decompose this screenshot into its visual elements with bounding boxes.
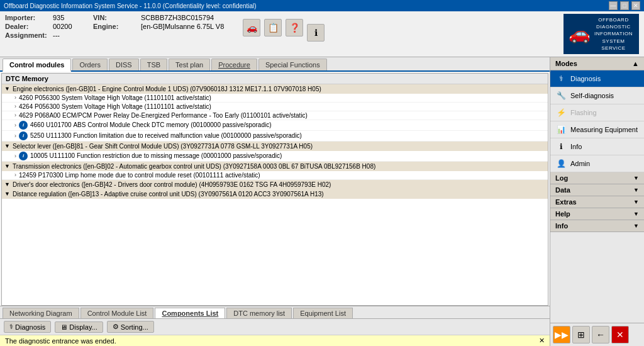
group-label: Distance regulation ([en-GB]13 - Adaptiv… <box>13 191 324 198</box>
mode-measuring-equipment[interactable]: 📊Measuring Equipment <box>550 121 644 138</box>
tab-special-functions[interactable]: Special Functions <box>258 59 327 70</box>
section-label: Help <box>555 210 570 218</box>
right-bottom-icon: ← <box>596 330 605 340</box>
engine-label: Engine: <box>93 23 137 30</box>
importer-label: Importer: <box>5 14 49 21</box>
right-section-data[interactable]: Data▼ <box>550 184 644 196</box>
chevron-right-icon: › <box>14 94 16 101</box>
bottom-tab-control-module-list[interactable]: Control Module List <box>80 308 154 318</box>
tab-procedure[interactable]: Procedure <box>211 59 257 70</box>
section-arrow: ▼ <box>633 187 639 193</box>
tree-group-drivers_door: ▼Driver's door electronics ([en-GB]42 - … <box>2 180 548 189</box>
clipboard-icon-button[interactable]: 📋 <box>264 19 282 36</box>
mode-icon-measuring-equipment: 📊 <box>555 124 567 135</box>
tree-item[interactable]: ›i10005 U111100 Function restriction due… <box>2 151 548 162</box>
tree-group-header-distance[interactable]: ▼Distance regulation ([en-GB]13 - Adapti… <box>2 189 548 199</box>
mode-diagnosis[interactable]: ⚕Diagnosis <box>550 70 644 87</box>
item-dtc: U101700 <box>46 121 72 128</box>
engine-value: [en-GB]Mulsanne 6.75L V8 <box>141 23 224 30</box>
right-bottom-btn-1[interactable]: ⊞ <box>572 326 590 343</box>
info-icon-button[interactable]: ℹ <box>307 24 325 42</box>
right-bottom-btn-0[interactable]: ▶▶ <box>553 326 570 343</box>
mode-icon-diagnosis: ⚕ <box>555 73 567 84</box>
tab-test-plan[interactable]: Test plan <box>169 59 210 70</box>
bottom-tab-bar: Networking DiagramControl Module ListCom… <box>0 306 550 318</box>
right-bottom-icon: ▶▶ <box>555 330 569 340</box>
modes-title: Modes <box>555 60 577 67</box>
maximize-button[interactable]: □ <box>620 1 629 10</box>
tree-item[interactable]: ›12459 P170300 Limp home mode due to con… <box>2 171 548 180</box>
mode-label: Self-diagnosis <box>570 92 614 99</box>
group-label: Transmission electronics ([en-GB]02 - Au… <box>13 163 375 170</box>
tab-control-modules[interactable]: Control modules <box>3 59 71 72</box>
item-code: 5250 <box>30 132 44 139</box>
info-icon: i <box>19 152 28 160</box>
tree-item[interactable]: ›4629 P068A00 ECM/PCM Power Relay De-Ene… <box>2 111 548 120</box>
tree-item[interactable]: ›4264 P056300 System Voltage High Voltag… <box>2 103 548 111</box>
item-dtc: U111100 <box>50 152 75 159</box>
right-section-log[interactable]: Log▼ <box>550 172 644 184</box>
bottom-tab-dtc-memory-list[interactable]: DTC memory list <box>226 308 292 318</box>
item-code: 4260 <box>19 94 33 101</box>
section-label: Info <box>555 222 568 230</box>
chevron-right-icon: › <box>14 172 16 178</box>
toolbar-btn-diagnosis[interactable]: ⚕Diagnosis <box>4 321 51 333</box>
titlebar-text: Offboard Diagnostic Information System S… <box>4 3 257 9</box>
item-desc: Function limitation due to received malf… <box>73 132 302 139</box>
tree-group-header-selector[interactable]: ▼Selector lever ([en-GB]81 - Gear Shift … <box>2 142 548 151</box>
vin-row: VIN: SCBBB7ZH3BC015794 <box>93 14 224 21</box>
header-icons: 🚗 📋 ❓ ℹ <box>243 14 325 42</box>
right-bottom-btn-2[interactable]: ← <box>592 326 609 343</box>
chevron-right-icon: › <box>14 153 16 159</box>
close-button[interactable]: ✕ <box>631 1 640 10</box>
chevron-down-icon: ▼ <box>4 191 10 197</box>
tab-diss[interactable]: DISS <box>109 59 139 70</box>
modes-list: ⚕Diagnosis🔧Self-diagnosis⚡Flashing📊Measu… <box>550 70 644 172</box>
mode-info[interactable]: ℹInfo <box>550 138 644 155</box>
section-label: Extras <box>555 198 577 206</box>
tree-group-header-transmission[interactable]: ▼Transmission electronics ([en-GB]02 - A… <box>2 162 548 171</box>
mode-icon-self-diagnosis: 🔧 <box>555 90 567 101</box>
item-dtc: P068A00 <box>35 112 60 119</box>
group-label: Selector lever ([en-GB]81 - Gear Shift C… <box>13 143 313 150</box>
right-section-info[interactable]: Info▼ <box>550 220 644 232</box>
toolbar-btn-sorting[interactable]: ⚙Sorting... <box>107 321 154 333</box>
mode-self-diagnosis[interactable]: 🔧Self-diagnosis <box>550 87 644 104</box>
tree-item[interactable]: ›4260 P056300 System Voltage High Voltag… <box>2 94 548 103</box>
item-code: 10005 <box>30 152 48 159</box>
group-label: Engine electronics ([en-GB]01 - Engine C… <box>13 86 321 92</box>
right-bottom-btn-3[interactable]: ✕ <box>611 326 629 343</box>
vin-label: VIN: <box>93 14 137 21</box>
tree-item[interactable]: ›i4660 U101700 ABS Control Module Check … <box>2 120 548 131</box>
item-desc: System Voltage High Voltage (11101101 ac… <box>62 94 211 101</box>
mode-admin[interactable]: 👤Admin <box>550 155 644 172</box>
tab-tsb[interactable]: TSB <box>140 59 167 70</box>
car-icon-button[interactable]: 🚗 <box>243 19 260 36</box>
right-section-help[interactable]: Help▼ <box>550 208 644 220</box>
toolbar-label: Diagnosis <box>15 323 45 331</box>
bottom-toolbar: ⚕Diagnosis🖥Display...⚙Sorting... <box>0 318 550 335</box>
tree-group-header-drivers_door[interactable]: ▼Driver's door electronics ([en-GB]42 - … <box>2 180 548 189</box>
right-section-extras[interactable]: Extras▼ <box>550 196 644 208</box>
help-icon-button[interactable]: ❓ <box>286 19 303 36</box>
bottom-tab-equipment-list[interactable]: Equipment List <box>293 308 353 318</box>
item-desc: System Voltage High Voltage (11101101 ac… <box>62 103 211 110</box>
bottom-tab-components-list[interactable]: Components List <box>155 308 225 318</box>
toolbar-label: Display... <box>69 323 97 331</box>
chevron-down-icon: ▼ <box>4 181 10 187</box>
tree-item[interactable]: ›i5250 U111300 Function limitation due t… <box>2 131 548 142</box>
section-arrow: ▼ <box>633 199 639 205</box>
minimize-button[interactable]: — <box>609 1 618 10</box>
mode-icon-info: ℹ <box>555 141 567 152</box>
modes-collapse-icon[interactable]: ▲ <box>632 60 639 67</box>
tab-orders[interactable]: Orders <box>72 59 108 70</box>
mode-label: Flashing <box>570 109 597 116</box>
item-dtc: P056300 <box>35 103 60 110</box>
bottom-tab-networking-diagram[interactable]: Networking Diagram <box>3 308 79 318</box>
tree-group-selector: ▼Selector lever ([en-GB]81 - Gear Shift … <box>2 142 548 162</box>
status-close-icon[interactable]: ✕ <box>539 337 545 345</box>
chevron-right-icon: › <box>14 103 16 109</box>
toolbar-btn-display[interactable]: 🖥Display... <box>55 321 103 333</box>
header-logo: 🚗 Offboard Diagnostic Information System… <box>564 14 639 54</box>
tree-group-header-engine[interactable]: ▼Engine electronics ([en-GB]01 - Engine … <box>2 84 548 94</box>
